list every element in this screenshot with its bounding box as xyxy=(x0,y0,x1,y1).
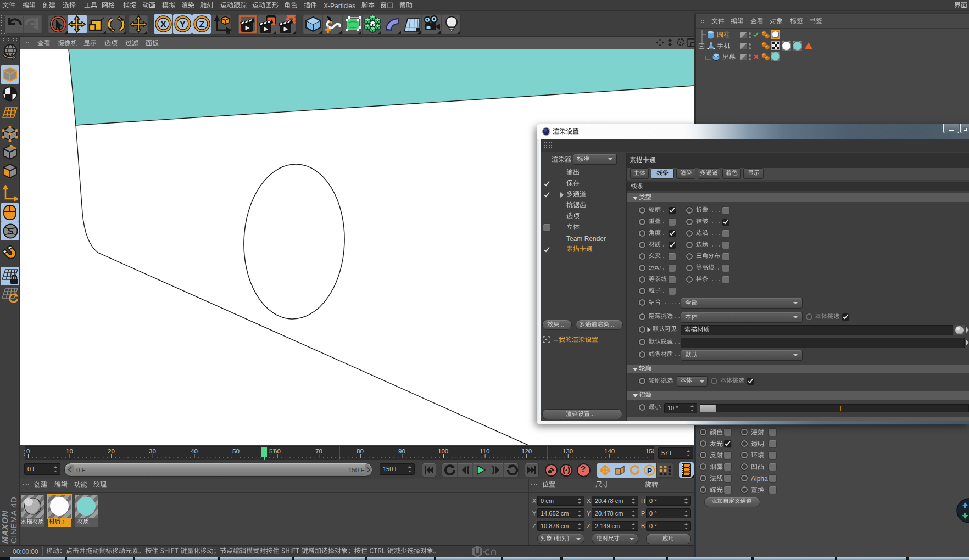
svg-text:Y: Y xyxy=(180,19,186,30)
svg-text:P: P xyxy=(647,467,652,475)
svg-text:Z: Z xyxy=(199,19,204,30)
svg-text:X: X xyxy=(160,19,167,30)
svg-text:S: S xyxy=(8,227,14,236)
